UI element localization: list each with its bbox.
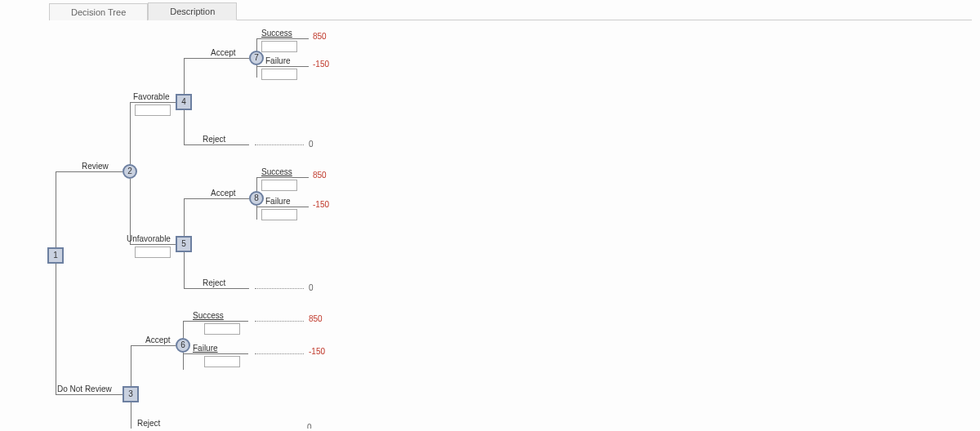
prob-input-favorable[interactable] <box>135 104 171 116</box>
branch-label-favorable: Favorable <box>133 92 169 101</box>
payoff-value: 850 <box>313 32 327 41</box>
payoff-value: 0 <box>307 423 312 429</box>
terminal-line <box>255 321 304 322</box>
branch-label-accept: Accept <box>211 48 236 57</box>
branch-label-failure: Failure <box>265 56 291 65</box>
decision-node-4[interactable]: 4 <box>176 94 192 110</box>
payoff-value: 850 <box>309 314 323 323</box>
decision-node-1[interactable]: 1 <box>47 247 64 264</box>
branch-label-failure: Failure <box>265 197 291 206</box>
terminal-line <box>255 353 304 354</box>
prob-input-failure-7[interactable] <box>261 69 297 80</box>
tab-bar: Decision Tree Description <box>49 2 972 20</box>
branch-label-success: Success <box>261 29 292 38</box>
tree-canvas: 1 Review 2 Favorable 4 Accept 7 Success … <box>0 20 980 429</box>
terminal-line <box>255 144 304 145</box>
payoff-value: -150 <box>313 60 329 69</box>
prob-input-success-7[interactable] <box>261 41 297 52</box>
tab-description[interactable]: Description <box>148 2 237 20</box>
payoff-value: 0 <box>309 283 314 292</box>
decision-node-3[interactable]: 3 <box>122 386 139 402</box>
chance-node-7[interactable]: 7 <box>249 51 264 65</box>
chance-node-2[interactable]: 2 <box>122 164 137 179</box>
payoff-value: -150 <box>309 347 325 356</box>
tab-decision-tree[interactable]: Decision Tree <box>49 3 148 20</box>
branch-label-review: Review <box>82 162 109 171</box>
branch-label-accept: Accept <box>211 189 236 198</box>
payoff-value: -150 <box>313 200 329 209</box>
branch-label-unfavorable: Unfavorable <box>127 234 171 243</box>
chance-node-8[interactable]: 8 <box>249 191 264 206</box>
terminal-line <box>255 288 304 289</box>
branch-label-reject: Reject <box>203 278 225 287</box>
prob-input-success-6[interactable] <box>204 323 240 335</box>
prob-input-failure-8[interactable] <box>261 209 297 220</box>
prob-input-success-8[interactable] <box>261 180 297 191</box>
branch-label-accept: Accept <box>145 335 171 344</box>
branch-label-do-not-review: Do Not Review <box>57 384 112 393</box>
branch-label-success: Success <box>261 167 292 176</box>
payoff-value: 0 <box>309 140 314 149</box>
prob-input-failure-6[interactable] <box>204 356 240 367</box>
chance-node-6[interactable]: 6 <box>176 338 190 353</box>
decision-node-5[interactable]: 5 <box>176 236 192 252</box>
branch-label-failure: Failure <box>193 344 218 353</box>
branch-label-reject: Reject <box>137 419 160 428</box>
branch-label-success: Success <box>193 311 224 320</box>
prob-input-unfavorable[interactable] <box>135 247 171 258</box>
branch-label-reject: Reject <box>203 135 225 144</box>
payoff-value: 850 <box>313 171 327 180</box>
